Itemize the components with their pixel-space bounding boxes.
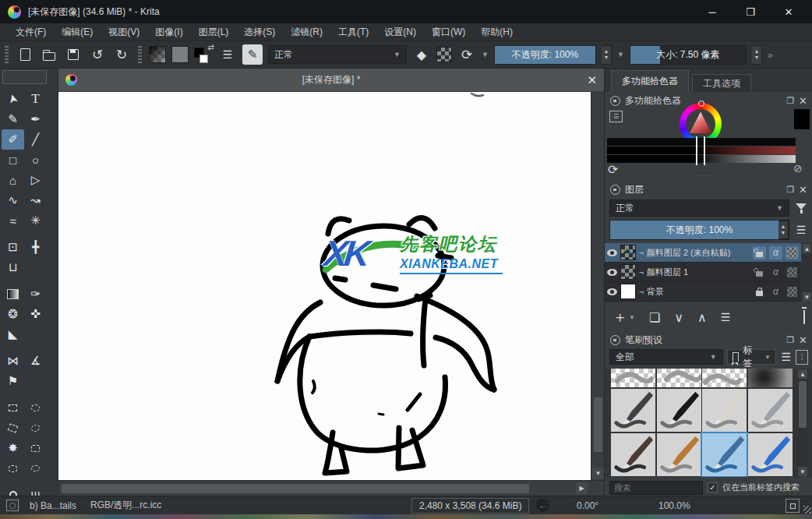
scroll-up-icon[interactable]: ▲ bbox=[798, 369, 807, 379]
tool-freehand-path[interactable]: ↝ bbox=[24, 190, 47, 210]
menu-filter[interactable]: 滤镜(R) bbox=[283, 26, 330, 39]
layer-thumbnail[interactable] bbox=[620, 264, 636, 280]
tool-ellipse[interactable]: ○ bbox=[24, 150, 47, 170]
toolbar-overflow-chevron[interactable]: » bbox=[768, 49, 773, 61]
menu-window[interactable]: 窗口(W) bbox=[424, 26, 473, 39]
tool-polygonal-select[interactable] bbox=[2, 418, 24, 438]
document-tab-bar[interactable]: [未保存图像] * ✕ bbox=[58, 69, 604, 92]
close-docker-icon[interactable]: ✕ bbox=[799, 95, 807, 107]
redo-icon[interactable]: ↻ bbox=[112, 45, 131, 64]
menu-layer[interactable]: 图层(L) bbox=[191, 26, 237, 39]
add-layer-button[interactable]: ＋ bbox=[613, 307, 627, 327]
tab-advanced-color-selector[interactable]: 多功能拾色器 bbox=[611, 70, 689, 92]
tool-gradient[interactable] bbox=[2, 284, 24, 304]
brush-preset-eraser-soft[interactable] bbox=[702, 369, 747, 387]
tool-crop[interactable]: ⊔ bbox=[2, 257, 24, 277]
visibility-eye-icon[interactable] bbox=[607, 269, 617, 276]
scroll-up-icon[interactable]: ▲ bbox=[803, 244, 811, 253]
tool-contiguous-select[interactable] bbox=[24, 438, 47, 458]
rotation-value[interactable]: 0.00° bbox=[577, 500, 598, 511]
add-layer-dropdown-icon[interactable]: ▼ bbox=[629, 314, 635, 321]
scroll-down-icon[interactable]: ▼ bbox=[803, 292, 811, 302]
menu-file[interactable]: 文件(F) bbox=[8, 26, 54, 39]
selection-status-icon[interactable] bbox=[6, 500, 19, 511]
tool-rectangular-select[interactable] bbox=[2, 397, 24, 418]
tool-edit-shapes[interactable]: ✎ bbox=[2, 109, 24, 129]
eraser-mode-icon[interactable]: ◆ bbox=[412, 45, 431, 64]
size-spinner[interactable]: ▲▼ bbox=[752, 45, 762, 65]
maximize-button[interactable]: ❒ bbox=[735, 0, 766, 23]
tool-dynamic-brush[interactable]: ≈ bbox=[2, 210, 24, 231]
refresh-colors-icon[interactable]: ⟳ bbox=[608, 162, 618, 177]
canvas-horizontal-scrollbar[interactable]: ▶ bbox=[58, 480, 604, 496]
gradient-chooser-button[interactable] bbox=[149, 46, 166, 63]
toolbar-grip[interactable] bbox=[5, 46, 9, 63]
no-color-icon[interactable]: ⊘ bbox=[793, 162, 803, 175]
preset-scroll-thumb[interactable] bbox=[799, 381, 807, 428]
tool-line[interactable]: ╱ bbox=[24, 129, 47, 150]
canvas[interactable]: XK 先客吧论坛 XIANKEBA.NET bbox=[58, 92, 591, 480]
horizontal-scroll-thumb[interactable] bbox=[62, 484, 529, 493]
zoom-value[interactable]: 100.0% bbox=[658, 500, 690, 511]
scroll-right-icon[interactable]: ▶ bbox=[576, 482, 588, 494]
alpha-lock-icon[interactable]: α bbox=[769, 246, 782, 260]
delete-layer-button[interactable] bbox=[803, 310, 805, 324]
save-button[interactable] bbox=[64, 45, 83, 64]
tool-text[interactable]: T bbox=[24, 89, 47, 109]
close-button[interactable]: ✕ bbox=[773, 0, 804, 23]
saturation-triangle[interactable] bbox=[689, 111, 712, 136]
layer-properties-button[interactable]: ☰ bbox=[721, 311, 731, 323]
minimize-button[interactable]: ─ bbox=[697, 0, 728, 23]
brush-preset-eraser-curve[interactable] bbox=[657, 369, 701, 387]
layer-opacity-slider[interactable]: 不透明度: 100% ▲▼ bbox=[609, 220, 789, 240]
background-color-swatch[interactable] bbox=[199, 55, 208, 63]
layer-lock-icon[interactable] bbox=[753, 246, 766, 260]
blend-mode-dropdown[interactable]: 正常 ▼ bbox=[268, 45, 407, 64]
layer-blend-mode-dropdown[interactable]: 正常 ▼ bbox=[609, 199, 789, 217]
preset-search-input[interactable] bbox=[609, 481, 703, 495]
tool-color-sampler[interactable]: ✑ bbox=[24, 284, 47, 304]
brush-preset-marker-black[interactable] bbox=[657, 389, 701, 432]
tool-transform[interactable]: ⊡ bbox=[2, 237, 24, 257]
brush-preset-pen-silver[interactable] bbox=[748, 389, 793, 432]
layer-row[interactable]: ⌐ 颜料图层 1 α bbox=[605, 263, 801, 282]
reload-preset-icon[interactable]: ⟳ bbox=[457, 45, 476, 64]
tool-pattern-edit[interactable]: ❂ bbox=[2, 304, 24, 324]
scroll-down-icon[interactable]: ▼ bbox=[592, 468, 604, 479]
tool-magnetic-select[interactable] bbox=[24, 458, 47, 478]
window-resize-grip[interactable] bbox=[803, 506, 811, 514]
close-docker-icon[interactable]: ✕ bbox=[799, 334, 807, 346]
storage-icon[interactable]: ⋮ bbox=[796, 350, 808, 365]
preserve-alpha-icon[interactable] bbox=[436, 47, 452, 62]
tool-elliptical-select[interactable] bbox=[24, 397, 47, 418]
tool-bezier-select[interactable] bbox=[2, 458, 24, 478]
move-layer-up-button[interactable]: ∧ bbox=[697, 310, 707, 325]
brush-preset-ink-pen-dark[interactable] bbox=[611, 389, 655, 432]
layer-lock-icon[interactable] bbox=[753, 285, 766, 298]
layer-list-scrollbar[interactable]: ▲ ▼ bbox=[802, 243, 812, 302]
brush-preset-eraser-circle[interactable] bbox=[611, 369, 655, 387]
preset-filter-dropdown[interactable]: 全部 ▼ bbox=[609, 349, 723, 365]
docker-lock-icon[interactable] bbox=[610, 96, 620, 106]
move-layer-down-button[interactable]: ∨ bbox=[674, 310, 683, 325]
visibility-eye-icon[interactable] bbox=[607, 288, 617, 295]
color-settings-icon[interactable]: ☰ bbox=[609, 111, 623, 122]
float-docker-icon[interactable]: ❐ bbox=[786, 185, 794, 195]
opacity-spinner[interactable]: ▲▼ bbox=[602, 45, 612, 65]
layer-row[interactable]: ⌐ 颜料图层 2 (来自粘贴) α bbox=[605, 243, 801, 263]
menu-tools[interactable]: 工具(T) bbox=[330, 26, 376, 39]
tool-freehand-select[interactable] bbox=[24, 418, 47, 438]
tool-multibrush[interactable]: ✳ bbox=[24, 210, 47, 231]
tool-bezier-curve[interactable]: ∿ bbox=[2, 190, 24, 210]
opacity-dropdown-icon[interactable]: ▼ bbox=[617, 51, 624, 58]
tool-polyline[interactable]: ▷ bbox=[24, 170, 47, 190]
bar-handles[interactable] bbox=[696, 136, 705, 165]
tool-freehand-brush[interactable]: ✐ bbox=[2, 129, 24, 150]
brush-preset-pencil-blue[interactable] bbox=[748, 433, 793, 476]
inherit-alpha-icon[interactable] bbox=[786, 266, 799, 279]
brush-editor-button[interactable]: ✎ bbox=[242, 44, 263, 65]
layer-thumbnail[interactable] bbox=[620, 284, 636, 299]
menu-image[interactable]: 图像(I) bbox=[147, 26, 190, 39]
tool-rectangle[interactable]: □ bbox=[2, 150, 24, 170]
duplicate-layer-button[interactable]: ❏ bbox=[649, 310, 660, 325]
